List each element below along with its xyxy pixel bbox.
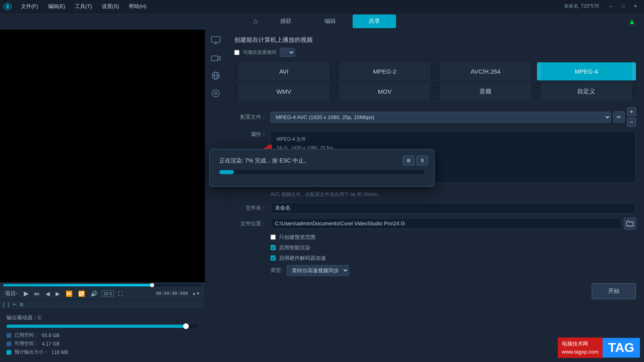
menu-bar: 文件(F) 编辑(E) 工具(T) 设置(S) 帮助(H) bbox=[17, 1, 564, 12]
render-progress-bar bbox=[219, 170, 425, 174]
menu-settings[interactable]: 设置(S) bbox=[98, 1, 123, 12]
menu-help[interactable]: 帮助(H) bbox=[125, 1, 151, 12]
tab-share[interactable]: 共享 bbox=[353, 14, 396, 28]
storage-info: 输出驱动器：C 已用空间： 65.8 GB 可用空间： 4.17 GB 预计输出… bbox=[0, 309, 205, 362]
maximize-button[interactable]: □ bbox=[617, 2, 629, 11]
filepath-label: 文件位置： bbox=[234, 220, 266, 227]
repeat-button[interactable]: 🔁 bbox=[76, 290, 87, 298]
format-mov[interactable]: MOV bbox=[335, 82, 435, 101]
format-audio[interactable]: 音频 bbox=[436, 82, 535, 101]
type-label: 类型: bbox=[270, 267, 283, 274]
play-button[interactable]: ▶ bbox=[22, 289, 30, 298]
format-mpeg2[interactable]: MPEG-2 bbox=[335, 62, 435, 80]
upload-button[interactable]: ▲ bbox=[628, 16, 636, 26]
tab-edit[interactable]: 编辑 bbox=[308, 14, 352, 28]
sidebar-item-disc[interactable] bbox=[208, 86, 223, 101]
project-settings-checkbox[interactable] bbox=[234, 50, 239, 55]
tab-capture[interactable]: 捕获 bbox=[264, 14, 308, 28]
timeline-fill bbox=[3, 284, 152, 286]
filename-input[interactable] bbox=[270, 203, 636, 214]
svg-rect-5 bbox=[211, 56, 218, 61]
render-progress-text: 正在渲染: 7% 完成... 按 ESC 中止。 bbox=[219, 157, 425, 165]
skip-end-button[interactable]: ⏭ bbox=[33, 290, 41, 298]
smart-render-label: 启用智能渲染 bbox=[279, 244, 310, 251]
svg-point-10 bbox=[212, 90, 219, 97]
timecode-increment[interactable]: ▲▼ bbox=[190, 290, 202, 296]
type-select[interactable]: 英特尔高速视频同步 bbox=[287, 265, 349, 276]
timeline-controls: 项目- ▶ ⏭ ◀ ▶ ⏩ 🔁 🔊 16:9 ⛶ 00:00:00:000 ▲▼ bbox=[0, 282, 205, 300]
watermark-tag: TAG bbox=[603, 338, 640, 358]
svg-point-11 bbox=[215, 92, 217, 95]
drive-label: 输出驱动器：C bbox=[6, 314, 198, 321]
filename-row: 文件名： bbox=[234, 203, 636, 214]
project-settings-dropdown[interactable] bbox=[280, 48, 295, 57]
menu-tools[interactable]: 工具(T) bbox=[71, 1, 96, 12]
menu-edit[interactable]: 编辑(E) bbox=[44, 1, 69, 12]
drive-bar-fill bbox=[6, 325, 187, 328]
config-add-button[interactable]: + bbox=[627, 107, 636, 116]
used-dot bbox=[6, 333, 11, 338]
hw-decode-label: 启用硬件解码器加速 bbox=[279, 255, 326, 262]
out-point-label: ] bbox=[8, 302, 9, 307]
filepath-row: 文件位置： bbox=[234, 218, 636, 230]
volume-button[interactable]: 🔊 bbox=[89, 290, 99, 298]
start-render-button[interactable]: 开始 bbox=[592, 283, 636, 299]
svg-marker-1 bbox=[6, 4, 10, 9]
tab-home[interactable]: ⌂ bbox=[248, 14, 264, 28]
next-frame-button[interactable]: ▶ bbox=[54, 290, 62, 298]
format-mpeg4[interactable]: MPEG-4 bbox=[537, 62, 636, 80]
sidebar-item-monitor[interactable] bbox=[208, 33, 223, 47]
right-panel: 创建能在计算机上播放的视频 与项目设置相同 AVI MPEG-2 AVC/H.2… bbox=[226, 30, 644, 362]
filepath-input[interactable] bbox=[270, 218, 621, 229]
svg-rect-2 bbox=[211, 37, 220, 42]
sidebar-item-globe[interactable] bbox=[208, 68, 223, 83]
section-title: 创建能在计算机上播放的视频 bbox=[234, 36, 636, 44]
sidebar-item-camera[interactable] bbox=[208, 51, 223, 65]
format-description: AVC 视频文件。此配置文件适合用于 be 和 Vimeo。 bbox=[270, 191, 636, 198]
aspect-ratio-selector[interactable]: 16:9 bbox=[101, 290, 114, 297]
project-label: 项目- bbox=[3, 289, 20, 298]
tabs-container: ⌂ 捕获 编辑 共享 bbox=[248, 14, 396, 28]
project-settings-label: 与项目设置相同 bbox=[243, 49, 277, 56]
skip-start-button[interactable]: ⏩ bbox=[64, 290, 74, 298]
home-icon: ⌂ bbox=[254, 17, 258, 25]
estimated-size-row: 预计输出大小： 116 MB bbox=[6, 349, 198, 356]
browse-folder-button[interactable] bbox=[624, 218, 636, 230]
main-layout: 项目- ▶ ⏭ ◀ ▶ ⏩ 🔁 🔊 16:9 ⛶ 00:00:00:000 ▲▼… bbox=[0, 30, 644, 362]
menu-file[interactable]: 文件(F) bbox=[17, 1, 42, 12]
format-avc[interactable]: AVC/H.264 bbox=[436, 62, 535, 80]
format-wmv[interactable]: WMV bbox=[234, 82, 334, 101]
preview-range-checkbox[interactable] bbox=[270, 234, 276, 240]
timeline-scrubber[interactable] bbox=[3, 284, 202, 286]
estimated-size-label: 预计输出大小： bbox=[14, 349, 48, 356]
smart-render-checkbox[interactable] bbox=[270, 245, 276, 250]
option-smart-render: 启用智能渲染 bbox=[270, 244, 636, 251]
render-pause-button[interactable]: ⏸ bbox=[417, 156, 428, 165]
window-controls: ─ □ ✕ bbox=[605, 2, 641, 11]
config-label: 配置文件： bbox=[234, 113, 266, 121]
hw-decode-checkbox[interactable] bbox=[270, 255, 276, 261]
drive-bar-handle bbox=[183, 323, 189, 329]
drive-usage-bar bbox=[6, 325, 198, 328]
render-overlay: ⊞ ⏸ 正在渲染: 7% 完成... 按 ESC 中止。 bbox=[209, 149, 435, 187]
fullscreen-button[interactable]: ⛶ bbox=[116, 290, 124, 297]
config-remove-button[interactable]: − bbox=[627, 118, 636, 127]
config-file-select[interactable]: MPEG-4 AVC (1920 x 1080, 25p, 15Mbps) bbox=[270, 112, 611, 123]
window-status: 未命名, 720*576 bbox=[564, 3, 599, 10]
clip-copy-btn[interactable]: ⧉ bbox=[20, 302, 23, 307]
watermark-url: www.tagxp.com bbox=[562, 348, 599, 356]
in-point-label: [ bbox=[3, 302, 4, 307]
timeline-handle[interactable] bbox=[150, 283, 154, 287]
used-space-value: 65.8 GB bbox=[42, 333, 60, 338]
prev-frame-button[interactable]: ◀ bbox=[44, 290, 52, 298]
clip-trim-btn[interactable]: ✂ bbox=[12, 302, 17, 307]
format-custom[interactable]: 自定义 bbox=[537, 82, 636, 101]
render-preview-button[interactable]: ⊞ bbox=[403, 156, 414, 165]
format-avi[interactable]: AVI bbox=[234, 62, 334, 80]
filename-label: 文件名： bbox=[234, 204, 266, 212]
playback-controls: 项目- ▶ ⏭ ◀ ▶ ⏩ 🔁 🔊 16:9 ⛶ 00:00:00:000 ▲▼ bbox=[3, 289, 202, 298]
close-button[interactable]: ✕ bbox=[630, 2, 641, 11]
config-plusminus-group: + − bbox=[627, 107, 636, 127]
config-edit-button[interactable]: ✏ bbox=[613, 111, 625, 123]
minimize-button[interactable]: ─ bbox=[605, 2, 617, 11]
